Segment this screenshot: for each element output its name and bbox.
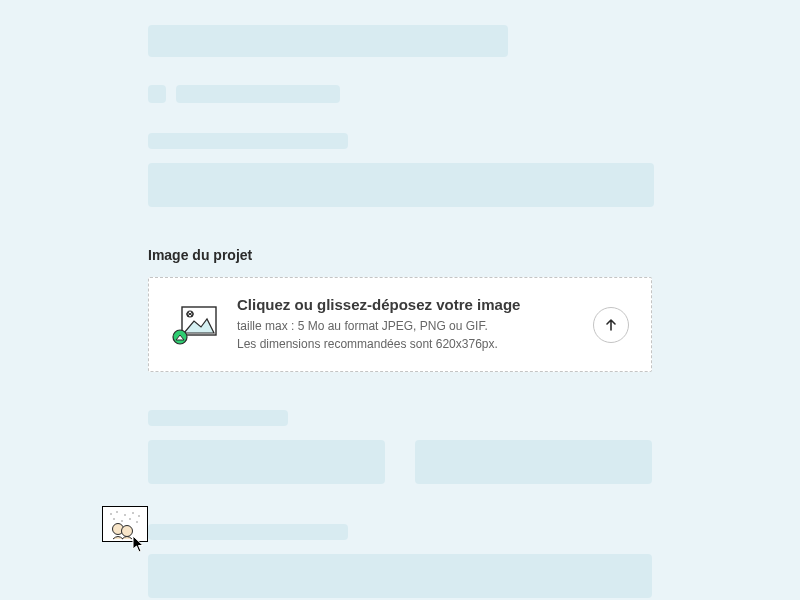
landscape-icon xyxy=(171,301,219,349)
svg-point-5 xyxy=(124,514,126,516)
svg-point-10 xyxy=(129,518,131,520)
project-image-label: Image du projet xyxy=(148,247,652,263)
svg-point-6 xyxy=(132,512,134,514)
skeleton-label xyxy=(148,410,288,426)
arrow-up-icon xyxy=(604,318,618,332)
upload-button[interactable] xyxy=(593,307,629,343)
skeleton-checkbox xyxy=(148,85,166,103)
skeleton-line xyxy=(176,85,340,103)
skeleton-input xyxy=(148,163,654,207)
skeleton-input xyxy=(148,554,652,598)
svg-point-11 xyxy=(136,521,138,523)
cursor-icon xyxy=(132,535,146,557)
skeleton-label xyxy=(148,524,348,540)
upload-dimensions: Les dimensions recommandées sont 620x376… xyxy=(237,335,575,353)
svg-point-3 xyxy=(110,513,112,515)
upload-max-size: taille max : 5 Mo au format JPEG, PNG ou… xyxy=(237,317,575,335)
svg-point-9 xyxy=(121,520,123,522)
upload-title: Cliquez ou glissez-déposez votre image xyxy=(237,296,575,313)
skeleton-input xyxy=(148,440,385,484)
upload-text-block: Cliquez ou glissez-déposez votre image t… xyxy=(237,296,575,353)
svg-point-13 xyxy=(122,526,133,537)
skeleton-title xyxy=(148,25,508,57)
svg-point-4 xyxy=(116,511,118,513)
skeleton-input xyxy=(415,440,652,484)
image-upload-dropzone[interactable]: Cliquez ou glissez-déposez votre image t… xyxy=(148,277,652,372)
skeleton-label xyxy=(148,133,348,149)
upload-description: taille max : 5 Mo au format JPEG, PNG ou… xyxy=(237,317,575,353)
skeleton-row xyxy=(148,85,652,103)
svg-point-7 xyxy=(138,515,140,517)
svg-point-8 xyxy=(113,518,115,520)
